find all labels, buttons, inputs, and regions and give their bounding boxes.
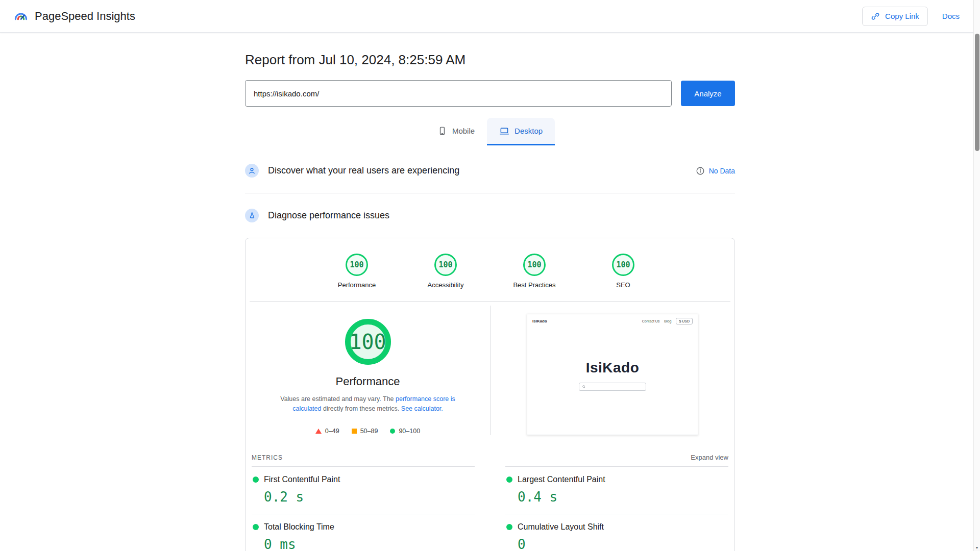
thumbnail-nav-blog: Blog: [664, 319, 671, 323]
category-scores: 100 Performance 100 Accessibility 100 Be…: [246, 238, 734, 301]
report-title: Report from Jul 10, 2024, 8:25:59 AM: [245, 52, 735, 68]
thumbnail-site-logo: IsiKado: [532, 319, 547, 323]
disclaimer-text-2: directly from these metrics.: [322, 405, 401, 412]
page-screenshot-thumbnail[interactable]: IsiKado Contact Us Blog $ USD IsiKado: [527, 314, 698, 435]
scrollbar-down-arrow-icon[interactable]: ▼: [974, 544, 980, 551]
best-practices-label: Best Practices: [506, 281, 563, 289]
tab-desktop-label: Desktop: [514, 127, 543, 135]
metric-status-dot: [253, 524, 259, 530]
accessibility-label: Accessibility: [417, 281, 474, 289]
see-calculator-link[interactable]: See calculator.: [401, 405, 443, 412]
thumbnail-site-body: IsiKado: [527, 328, 698, 435]
metric-largest-contentful-paint: Largest Contentful Paint 0.4 s: [505, 466, 728, 514]
field-data-section: Discover what your real users are experi…: [245, 164, 735, 178]
category-performance[interactable]: 100 Performance: [328, 254, 385, 289]
pagespeed-logo-icon: [13, 9, 29, 24]
info-icon[interactable]: [696, 166, 705, 176]
metric-status-dot: [506, 524, 512, 530]
screenshot-column: IsiKado Contact Us Blog $ USD IsiKado: [490, 306, 734, 435]
performance-score-ring: 100: [346, 254, 368, 276]
best-practices-score-ring: 100: [523, 254, 546, 276]
real-users-icon: [245, 164, 259, 178]
performance-label: Performance: [328, 281, 385, 289]
performance-score: 100: [350, 260, 363, 269]
category-accessibility[interactable]: 100 Accessibility: [417, 254, 474, 289]
gauge-score: 100: [349, 330, 386, 354]
main-content: Report from Jul 10, 2024, 8:25:59 AM Ana…: [245, 52, 735, 551]
legend-triangle-icon: [315, 429, 322, 434]
seo-label: SEO: [595, 281, 652, 289]
performance-gauge-column: 100 Performance Values are estimated and…: [246, 306, 490, 435]
lab-data-title: Diagnose performance issues: [268, 210, 389, 221]
page-scrollbar[interactable]: ▼: [973, 0, 980, 551]
section-divider: [245, 193, 735, 193]
metric-total-blocking-time: Total Blocking Time 0 ms: [252, 514, 475, 551]
no-data-status[interactable]: No Data: [696, 166, 735, 176]
brand[interactable]: PageSpeed Insights: [13, 9, 135, 24]
thumbnail-site-nav: Contact Us Blog $ USD: [642, 318, 693, 324]
url-input[interactable]: [245, 80, 672, 107]
tab-mobile-label: Mobile: [452, 127, 475, 135]
best-practices-score: 100: [527, 260, 541, 269]
copy-link-label: Copy Link: [885, 12, 919, 20]
gauge-area: 100 Performance Values are estimated and…: [246, 302, 734, 435]
legend-pass-range: 90–100: [399, 428, 420, 435]
metrics-header: METRICS Expand view: [246, 435, 734, 466]
lab-data-section: Diagnose performance issues: [245, 209, 735, 222]
url-bar: Analyze: [245, 80, 735, 107]
category-seo[interactable]: 100 SEO: [595, 254, 652, 289]
metric-name: First Contentful Paint: [264, 475, 340, 484]
metric-name: Largest Contentful Paint: [518, 475, 605, 484]
search-icon: [582, 385, 586, 389]
desktop-laptop-icon: [499, 126, 509, 136]
metric-value: 0 ms: [264, 537, 474, 551]
metric-first-contentful-paint: First Contentful Paint 0.2 s: [252, 466, 475, 514]
accessibility-score-ring: 100: [434, 254, 457, 276]
expand-view-button[interactable]: Expand view: [691, 454, 728, 461]
metric-status-dot: [506, 477, 512, 483]
accessibility-score: 100: [438, 260, 452, 269]
metric-status-dot: [253, 477, 259, 483]
performance-gauge: 100: [345, 319, 391, 365]
tab-mobile[interactable]: Mobile: [425, 118, 487, 145]
analyze-button[interactable]: Analyze: [681, 81, 735, 106]
metric-name: Cumulative Layout Shift: [518, 522, 604, 532]
device-tabs: Mobile Desktop: [245, 118, 735, 145]
app-title: PageSpeed Insights: [35, 10, 135, 23]
scrollbar-thumb[interactable]: [975, 34, 979, 151]
metric-value: 0.2 s: [264, 489, 474, 505]
thumbnail-site-title: IsiKado: [586, 360, 640, 376]
legend-average-range: 50–89: [360, 428, 378, 435]
metrics-right-column: Largest Contentful Paint 0.4 s Cumulativ…: [505, 466, 728, 551]
tab-desktop[interactable]: Desktop: [487, 118, 555, 145]
diagnose-flask-icon: [245, 209, 259, 222]
copy-link-button[interactable]: Copy Link: [862, 7, 928, 26]
disclaimer-text-1: Values are estimated and may vary. The: [280, 395, 396, 403]
category-best-practices[interactable]: 100 Best Practices: [506, 254, 563, 289]
field-data-title: Discover what your real users are experi…: [268, 165, 459, 176]
legend-fail-range: 0–49: [325, 428, 339, 435]
seo-score-ring: 100: [612, 254, 634, 276]
header-actions: Copy Link Docs: [862, 7, 967, 26]
score-disclaimer: Values are estimated and may vary. The p…: [271, 394, 465, 414]
metrics-grid: First Contentful Paint 0.2 s Total Block…: [246, 466, 734, 551]
seo-score: 100: [616, 260, 630, 269]
app-header: PageSpeed Insights Copy Link Docs: [0, 0, 980, 33]
thumbnail-site-header: IsiKado Contact Us Blog $ USD: [527, 314, 698, 328]
metric-value: 0.4 s: [518, 489, 727, 505]
legend-square-icon: [352, 429, 357, 434]
metrics-heading: METRICS: [252, 454, 283, 461]
metric-cumulative-layout-shift: Cumulative Layout Shift 0: [505, 514, 728, 551]
metric-value: 0: [518, 537, 727, 551]
link-icon: [871, 12, 880, 21]
legend-average: 50–89: [352, 428, 378, 435]
mobile-phone-icon: [437, 126, 447, 136]
thumbnail-nav-contact: Contact Us: [642, 319, 660, 323]
metrics-left-column: First Contentful Paint 0.2 s Total Block…: [252, 466, 475, 551]
metric-name: Total Blocking Time: [264, 522, 334, 532]
report-card: 100 Performance 100 Accessibility 100 Be…: [245, 238, 735, 551]
thumbnail-currency-button: $ USD: [676, 318, 693, 324]
score-legend: 0–49 50–89 90–100: [246, 428, 490, 435]
legend-fail: 0–49: [315, 428, 339, 435]
docs-link[interactable]: Docs: [942, 12, 960, 20]
